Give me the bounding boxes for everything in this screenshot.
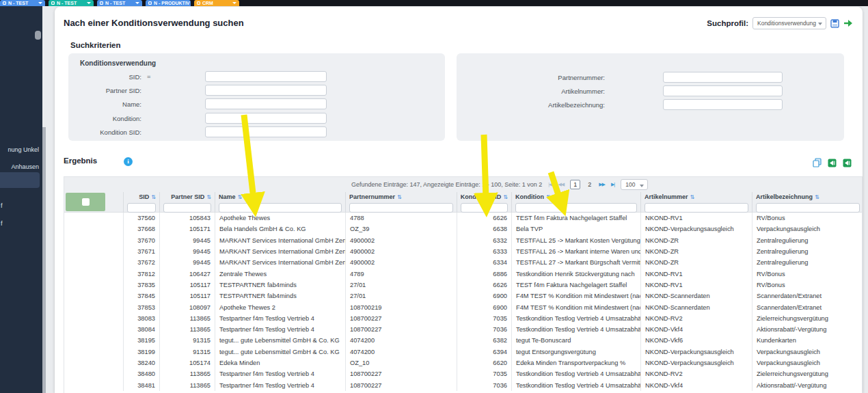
filter-input-name[interactable]	[219, 203, 342, 213]
table-row[interactable]: 37560105843Apotheke Thewes47886626TEST f…	[64, 213, 862, 223]
row-select-cell[interactable]	[64, 223, 124, 234]
last-page-icon[interactable]: ▶|	[611, 182, 614, 187]
row-select-cell[interactable]	[64, 324, 124, 335]
info-icon[interactable]: i	[124, 157, 133, 166]
cell-name: Testpartner f4m Testlog Vertrieb 4	[215, 313, 346, 324]
field-input[interactable]	[663, 99, 783, 110]
cell-artikelbezeichnung: Zentralregulierung	[752, 257, 863, 268]
filter-input-sid[interactable]	[127, 203, 156, 213]
field-input[interactable]	[205, 71, 327, 82]
session-tab[interactable]: N - TEST	[49, 0, 94, 6]
table-row[interactable]: 3819991315tegut... gute Lebensmittel Gmb…	[64, 347, 862, 357]
filter-input-kondition_sid[interactable]	[461, 203, 508, 213]
sidebar-scroll-thumb[interactable]	[35, 31, 41, 40]
column-sort-artikelbezeichnung[interactable]: Artikelbezeichnung⇅	[756, 193, 860, 200]
filter-input-partner_sid[interactable]	[163, 203, 211, 213]
row-select-cell[interactable]	[64, 213, 124, 223]
sidebar-item[interactable]: Anhausen	[11, 163, 39, 170]
page-button[interactable]: 2	[586, 181, 593, 188]
prev-page-icon[interactable]: ◀◀	[558, 182, 564, 187]
first-page-icon[interactable]: |◀	[548, 182, 552, 187]
save-profile-icon[interactable]	[830, 19, 839, 28]
table-row[interactable]: 3767099445MARKANT Services International…	[64, 235, 862, 246]
operator-equals[interactable]: =	[147, 72, 151, 80]
page-size-select[interactable]: 100	[621, 179, 648, 190]
cell-artikelnummer: NKOND-RV2	[641, 368, 752, 379]
sidebar-scrollbar[interactable]	[42, 127, 46, 393]
row-select-cell[interactable]	[64, 347, 124, 357]
field-input[interactable]	[205, 113, 327, 124]
row-select-cell[interactable]	[64, 301, 124, 312]
cell-sid: 38083	[124, 313, 160, 324]
column-sort-artikelnummer[interactable]: Artikelnummer⇅	[645, 193, 748, 200]
row-select-cell[interactable]	[64, 257, 124, 268]
session-tab[interactable]: N - TEST	[0, 0, 45, 6]
row-select-cell[interactable]	[64, 335, 124, 346]
column-sort-kondition[interactable]: Kondition⇅	[515, 193, 637, 200]
filter-input-partnernummer[interactable]	[349, 203, 453, 213]
apply-profile-arrow-icon[interactable]	[843, 19, 853, 27]
column-sort-partnernummer[interactable]: Partnernummer⇅	[349, 193, 453, 200]
cell-partner_sid: 113865	[160, 313, 215, 324]
column-sort-kondition_sid[interactable]: Kondition SID⇅	[461, 193, 508, 200]
table-row[interactable]: 37835105117TESTPARTNER fab4minds27/01662…	[64, 280, 862, 290]
sidebar-item[interactable]: nung Unkel	[8, 146, 39, 153]
field-input[interactable]	[663, 85, 783, 96]
session-tab[interactable]: CRM	[194, 0, 239, 6]
select-all-checkbox[interactable]	[66, 193, 105, 211]
cell-kondition: TEST f4m Faktura Nachgelagert Staffel	[512, 213, 641, 223]
cell-sid: 37853	[124, 301, 160, 312]
table-row[interactable]: 38480113865Testpartner f4m Testlog Vertr…	[64, 368, 862, 379]
row-select-cell[interactable]	[64, 379, 124, 390]
session-tab[interactable]: N - PRODUKTIV	[146, 0, 191, 6]
field-input[interactable]	[205, 98, 327, 109]
row-select-cell[interactable]	[64, 313, 124, 324]
excel-export-icon[interactable]	[843, 159, 852, 167]
table-row[interactable]: 37845105117TESTPARTNER fab4minds27/01690…	[64, 290, 862, 301]
next-page-icon[interactable]: ▶▶	[599, 182, 605, 187]
cell-partner_sid: 106427	[160, 268, 215, 279]
sidebar-item[interactable]: f	[1, 220, 3, 227]
table-row[interactable]: 3819591315tegut... gute Lebensmittel Gmb…	[64, 335, 862, 346]
row-select-cell[interactable]	[64, 268, 124, 279]
column-sort-sid[interactable]: SID⇅	[127, 193, 156, 200]
excel-export-icon[interactable]	[828, 159, 837, 167]
filter-input-artikelnummer[interactable]	[645, 203, 748, 213]
copy-icon[interactable]	[813, 158, 822, 167]
table-row[interactable]: 37853108097Apotheke Thewes 2108700219690…	[64, 301, 862, 312]
suchprofil-label: Suchprofil:	[707, 19, 748, 27]
table-row[interactable]: 38084113865Testpartner f4m Testlog Vertr…	[64, 324, 862, 335]
table-row[interactable]: 3767299445MARKANT Services International…	[64, 257, 862, 268]
table-row[interactable]: 3767199445MARKANT Services International…	[64, 246, 862, 257]
sort-icon: ⇅	[238, 194, 243, 200]
row-select-cell[interactable]	[64, 290, 124, 301]
session-tab[interactable]: N - TEST	[97, 0, 142, 6]
table-row[interactable]: 38083113865Testpartner f4m Testlog Vertr…	[64, 313, 862, 324]
table-row[interactable]: 37812106427Zentrale Thewes47896886Testko…	[64, 268, 862, 279]
filter-input-artikelbezeichnung[interactable]	[756, 203, 860, 213]
field-input[interactable]	[205, 85, 327, 96]
suchprofil-select[interactable]: Konditionsverwendung	[752, 17, 826, 29]
row-select-cell[interactable]	[64, 368, 124, 379]
field-input[interactable]	[663, 72, 783, 83]
sort-icon: ⇅	[815, 194, 819, 200]
field-input[interactable]	[205, 126, 327, 137]
cell-artikelbezeichnung: Verpackungsausgleich	[752, 223, 863, 234]
table-row[interactable]: 38240105174Edeka MindenOZ_106620Edeka Mi…	[64, 357, 862, 368]
cell-artikelnummer: NKOND-Scannerdaten	[641, 301, 752, 312]
row-select-cell[interactable]	[64, 235, 124, 246]
row-select-cell[interactable]	[64, 357, 124, 368]
sidebar-item-selected[interactable]	[0, 172, 40, 188]
cell-kondition: Bela TVP	[512, 223, 641, 234]
table-row[interactable]: 37668105171Bela Handels GmbH & Co. KGOZ_…	[64, 223, 862, 234]
column-sort-partner_sid[interactable]: Partner SID⇅	[163, 193, 211, 200]
cell-kondition: Testkondition Henrik Stückvergütung nach	[512, 268, 641, 279]
filter-input-kondition[interactable]	[515, 203, 637, 213]
table-row[interactable]: 38481113865Testpartner f4m Testlog Vertr…	[64, 379, 862, 390]
chevron-down-icon	[38, 2, 42, 4]
row-select-cell[interactable]	[64, 246, 124, 257]
sidebar-item[interactable]: f	[1, 202, 3, 209]
column-sort-name[interactable]: Name⇅	[219, 193, 342, 200]
page-button-current[interactable]: 1	[570, 180, 580, 189]
row-select-cell[interactable]	[64, 280, 124, 290]
